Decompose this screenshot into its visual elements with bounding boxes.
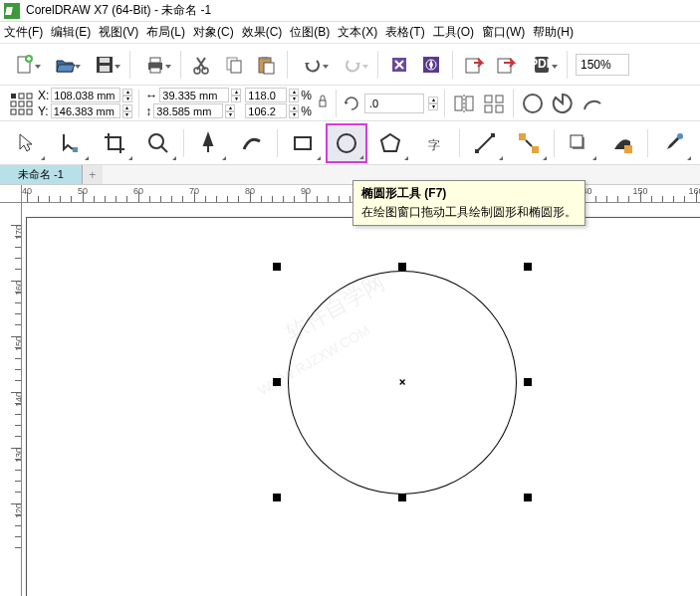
print-button[interactable]	[138, 50, 172, 80]
separator	[180, 51, 181, 79]
zoom-input[interactable]	[576, 54, 629, 76]
width-input[interactable]	[159, 88, 229, 102]
pick-tool[interactable]	[6, 123, 48, 163]
redo-button[interactable]	[336, 50, 369, 80]
x-label: X:	[38, 89, 49, 102]
search-button[interactable]	[386, 50, 412, 80]
handle-bc[interactable]	[398, 494, 406, 501]
angle-input[interactable]	[364, 94, 424, 113]
copy-button[interactable]	[221, 50, 247, 80]
mirror-h-button[interactable]	[451, 89, 477, 118]
menu-edit[interactable]: 编辑(E)	[51, 24, 91, 41]
y-input[interactable]	[51, 103, 120, 118]
menu-layout[interactable]: 布局(L)	[146, 24, 185, 41]
undo-button[interactable]	[296, 50, 330, 80]
document-tab[interactable]: 未命名 -1	[0, 165, 83, 184]
cut-button[interactable]	[189, 50, 215, 80]
w-spinner[interactable]: ▴▾	[231, 89, 241, 102]
ruler-origin[interactable]	[0, 185, 22, 203]
menu-file[interactable]: 文件(F)	[4, 24, 43, 41]
eyedropper-tool[interactable]	[652, 123, 694, 163]
ellipse-tool[interactable]	[326, 123, 367, 163]
y-label: Y:	[38, 104, 49, 118]
size-section: ↔▴▾ ↕▴▾	[145, 88, 241, 118]
publish-pdf-button[interactable]: PDF	[525, 50, 559, 80]
svg-rect-29	[19, 109, 24, 114]
text-tool[interactable]: 字	[413, 123, 455, 163]
menu-view[interactable]: 视图(V)	[99, 24, 138, 41]
crop-tool[interactable]	[94, 123, 135, 163]
height-input[interactable]	[153, 103, 223, 118]
artistic-media-tool[interactable]	[231, 123, 273, 163]
x-input[interactable]	[51, 88, 120, 102]
work-area: 405060708090100110120130140150160 170160…	[0, 185, 700, 596]
svg-rect-33	[466, 97, 473, 110]
handle-bl[interactable]	[273, 494, 281, 501]
lock-ratio-button[interactable]	[316, 92, 330, 115]
import-button[interactable]	[461, 50, 487, 80]
menu-table[interactable]: 表格(T)	[385, 24, 424, 41]
handle-tc[interactable]	[398, 263, 406, 271]
svg-rect-37	[496, 96, 503, 102]
menu-tools[interactable]: 工具(O)	[433, 24, 474, 41]
ruler-vertical[interactable]: 170160150140130120	[0, 203, 22, 596]
svg-rect-50	[532, 146, 539, 153]
svg-rect-32	[455, 97, 462, 110]
new-button[interactable]	[8, 50, 42, 80]
center-marker[interactable]: ×	[398, 375, 405, 389]
scale-section: ▴▾% ▴▾%	[245, 88, 312, 118]
handle-mr[interactable]	[524, 378, 532, 386]
shape-tool[interactable]	[50, 123, 92, 163]
svg-rect-6	[150, 58, 160, 63]
menu-effects[interactable]: 效果(C)	[242, 24, 283, 41]
connector-tool[interactable]	[508, 123, 550, 163]
add-tab-button[interactable]: +	[83, 165, 103, 184]
svg-rect-54	[624, 145, 632, 153]
h-spinner[interactable]: ▴▾	[225, 104, 235, 118]
separator	[377, 51, 378, 79]
dimension-tool[interactable]	[464, 123, 506, 163]
sx-spinner[interactable]: ▴▾	[289, 89, 299, 102]
title-bar: CorelDRAW X7 (64-Bit) - 未命名 -1	[0, 0, 700, 22]
menu-text[interactable]: 文本(X)	[338, 24, 377, 41]
zoom-tool[interactable]	[137, 123, 179, 163]
paste-button[interactable]	[253, 50, 279, 80]
pie-shape-button[interactable]	[550, 89, 576, 118]
handle-ml[interactable]	[273, 378, 281, 386]
canvas[interactable]: 软件自学网 WWW.RJZXW.COM ×	[22, 203, 700, 596]
object-origin-icon[interactable]	[8, 89, 34, 118]
scalex-input[interactable]	[245, 88, 287, 102]
sy-spinner[interactable]: ▴▾	[289, 104, 299, 118]
freehand-tool[interactable]	[188, 123, 230, 163]
arc-shape-button[interactable]	[580, 89, 605, 118]
angle-spinner[interactable]: ▴▾	[428, 97, 438, 110]
scaley-input[interactable]	[245, 103, 287, 118]
polygon-tool[interactable]	[369, 123, 411, 163]
drop-shadow-tool[interactable]	[559, 123, 600, 163]
handle-br[interactable]	[524, 494, 532, 501]
menu-window[interactable]: 窗口(W)	[482, 24, 525, 41]
window-title: CorelDRAW X7 (64-Bit) - 未命名 -1	[26, 2, 211, 19]
handle-tr[interactable]	[524, 263, 532, 271]
save-button[interactable]	[88, 50, 121, 80]
mirror-v-button[interactable]	[481, 89, 507, 118]
x-spinner[interactable]: ▴▾	[122, 89, 132, 102]
handle-tl[interactable]	[273, 263, 281, 271]
open-button[interactable]	[48, 50, 82, 80]
menu-object[interactable]: 对象(C)	[193, 24, 234, 41]
transparency-tool[interactable]	[601, 123, 643, 163]
menu-help[interactable]: 帮助(H)	[533, 24, 574, 41]
separator	[554, 129, 555, 157]
separator	[138, 90, 139, 117]
ellipse-shape-button[interactable]	[520, 89, 546, 118]
pct1: %	[301, 89, 312, 102]
separator	[444, 90, 445, 117]
toolbox-bar: 字	[0, 121, 700, 165]
y-spinner[interactable]: ▴▾	[122, 104, 132, 118]
svg-rect-28	[11, 109, 16, 114]
export-button[interactable]	[493, 50, 519, 80]
launch-button[interactable]	[418, 50, 444, 80]
menu-bitmap[interactable]: 位图(B)	[290, 24, 330, 41]
svg-point-44	[338, 134, 355, 152]
rectangle-tool[interactable]	[282, 123, 324, 163]
